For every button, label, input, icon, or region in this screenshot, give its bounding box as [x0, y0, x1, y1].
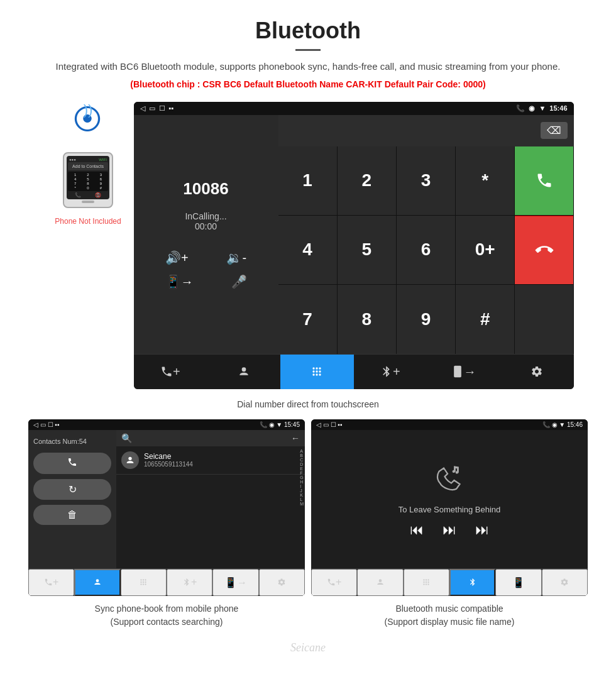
main-screen-container: ◁ ▭ ☐ ▪▪ 📞 ◉ ▼ 15:46 10086 In [134, 96, 574, 393]
svg-point-32 [426, 583, 427, 585]
svg-point-29 [426, 582, 427, 583]
transfer-icon[interactable]: 📱→ [165, 274, 194, 289]
svg-point-9 [313, 373, 315, 375]
svg-point-4 [316, 367, 318, 369]
music-icon-area: ♫ [431, 460, 468, 497]
pb-tb-contacts[interactable] [74, 569, 120, 596]
svg-point-20 [141, 583, 142, 585]
key-0plus[interactable]: 0+ [456, 216, 514, 284]
key-hash[interactable]: # [456, 285, 514, 353]
svg-point-17 [141, 582, 142, 583]
key-3[interactable]: 3 [397, 146, 455, 215]
toolbar-call-btn[interactable]: + [134, 355, 207, 389]
key-2[interactable]: 2 [338, 146, 396, 215]
key-8[interactable]: 8 [338, 285, 396, 353]
search-icon: 🔍 [121, 433, 132, 443]
music-status-left: ◁ ▭ ☐ ▪▪ [316, 421, 342, 428]
title-divider [295, 49, 321, 51]
pb-tb-transfer[interactable]: 📱→ [212, 569, 258, 596]
svg-point-8 [319, 370, 321, 372]
svg-point-18 [143, 582, 144, 583]
key-6[interactable]: 6 [397, 216, 455, 284]
pb-tb-call[interactable]: + [28, 569, 74, 596]
pb-search-input[interactable] [136, 433, 287, 443]
call-status-icon: 📞 [516, 104, 525, 113]
svg-point-15 [143, 579, 144, 580]
backspace-button[interactable]: ⌫ [541, 122, 568, 139]
key-9[interactable]: 9 [397, 285, 455, 353]
svg-point-21 [143, 583, 144, 585]
svg-text:)): )) [84, 102, 93, 118]
toolbar-contacts-btn[interactable] [207, 355, 280, 389]
key-star[interactable]: * [456, 146, 514, 215]
status-left-icons: ◁ ▭ ☐ ▪▪ [140, 104, 174, 113]
pb-right-panel: 🔍 ← Seicane 10655059113144 [116, 430, 305, 568]
music-tb-settings[interactable] [542, 569, 588, 596]
keypad-input[interactable] [285, 125, 541, 136]
end-call-button[interactable] [515, 216, 573, 284]
pb-sync-btn[interactable]: ↻ [33, 479, 111, 500]
svg-point-28 [424, 582, 425, 583]
key-4[interactable]: 4 [278, 216, 337, 284]
key-7[interactable]: 7 [278, 285, 337, 353]
watermark: Seicane [0, 639, 616, 661]
music-tb-transfer[interactable]: 📱 [495, 569, 541, 596]
music-song-title: To Leave Something Behind [399, 505, 501, 514]
vol-up-icon[interactable]: 🔊+ [165, 250, 189, 265]
phone-image-area: ⦿ )) ●●●WIFI Add to Contacts 123 456 789… [43, 96, 134, 226]
music-caption: Bluetooth music compatible (Support disp… [311, 602, 588, 629]
pb-call-btn[interactable] [33, 453, 111, 474]
music-status-right: 📞 ◉ ▼ 15:46 [542, 421, 583, 428]
dial-left-panel: 10086 InCalling... 00:00 🔊+ 🔉- 📱→ 🎤 [134, 115, 278, 354]
pb-tb-bt[interactable]: + [167, 569, 212, 596]
pb-tb-keypad[interactable] [121, 569, 167, 596]
next-track-btn[interactable]: ⏭ [475, 522, 489, 538]
svg-text:♫: ♫ [452, 463, 459, 475]
svg-point-6 [313, 370, 315, 372]
music-tb-contacts[interactable] [357, 569, 403, 596]
toolbar-settings-btn[interactable] [500, 355, 574, 389]
bluetooth-icon: ⦿ )) [69, 102, 107, 142]
phonebook-screen: ◁ ▭ ☐ ▪▪ 📞 ◉ ▼ 15:45 Contacts Num:54 ↻ 🗑… [28, 419, 305, 596]
play-pause-btn[interactable]: ⏭ [443, 522, 456, 538]
bottom-screens: ◁ ▭ ☐ ▪▪ 📞 ◉ ▼ 15:45 Contacts Num:54 ↻ 🗑… [0, 419, 616, 596]
pb-status-bar: ◁ ▭ ☐ ▪▪ 📞 ◉ ▼ 15:45 [28, 419, 305, 430]
key-5[interactable]: 5 [338, 216, 396, 284]
svg-point-27 [428, 579, 429, 580]
toolbar-keypad-btn[interactable] [280, 355, 354, 389]
bottom-captions: Sync phone-book from mobile phone (Suppo… [0, 596, 616, 639]
phone-not-included-label: Phone Not Included [55, 217, 121, 226]
call-button[interactable] [515, 146, 573, 215]
keypad-grid: 1 2 3 * 4 5 6 0+ [278, 146, 574, 354]
svg-point-12 [128, 456, 131, 460]
key-1[interactable]: 1 [278, 146, 337, 215]
svg-point-13 [96, 579, 99, 582]
pb-delete-btn[interactable]: 🗑 [33, 505, 111, 525]
status-right-icons: 📞 ◉ ▼ 15:46 [516, 104, 567, 113]
music-tb-bt[interactable] [449, 569, 495, 596]
pb-contact-avatar [121, 451, 139, 469]
pb-contact-info: Seicane 10655059113144 [144, 452, 300, 468]
prev-track-btn[interactable]: ⏮ [410, 522, 424, 538]
contact-number: 10655059113144 [144, 461, 300, 468]
dial-content: 10086 InCalling... 00:00 🔊+ 🔉- 📱→ 🎤 [134, 115, 574, 354]
contact-name: Seicane [144, 452, 300, 461]
dial-keypad: ⌫ 1 2 3 * 4 5 [278, 115, 574, 354]
dialed-number: 10086 [183, 179, 228, 199]
pb-contact-item[interactable]: Seicane 10655059113144 [116, 446, 305, 475]
notification-icons: ▪▪ [169, 104, 174, 112]
pb-tb-settings[interactable] [259, 569, 305, 596]
dial-volume-controls: 🔊+ 🔉- 📱→ 🎤 [146, 250, 266, 289]
call-status: InCalling... 00:00 [185, 211, 226, 231]
svg-point-16 [145, 579, 146, 580]
wifi-icon: ▼ [539, 104, 546, 112]
toolbar-bluetooth-btn[interactable]: + [354, 355, 427, 389]
music-tb-keypad[interactable] [404, 569, 449, 596]
pb-left-panel: Contacts Num:54 ↻ 🗑 [28, 430, 116, 568]
vol-down-icon[interactable]: 🔉- [226, 250, 246, 265]
music-playback-controls: ⏮ ⏭ ⏭ [410, 522, 489, 538]
svg-point-10 [316, 373, 318, 375]
toolbar-transfer-btn[interactable]: → [427, 355, 500, 389]
mute-icon[interactable]: 🎤 [231, 274, 247, 289]
music-tb-call[interactable]: + [311, 569, 357, 596]
